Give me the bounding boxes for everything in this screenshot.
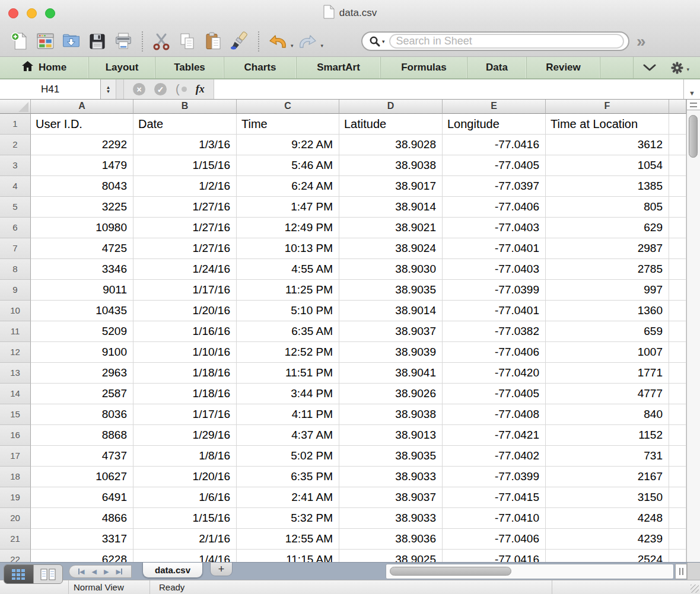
cell-F10[interactable]: 1360 xyxy=(546,301,669,321)
add-sheet-button[interactable]: + xyxy=(210,563,233,576)
cell-C6[interactable]: 12:49 PM xyxy=(237,218,339,238)
first-sheet-icon[interactable]: ◀ xyxy=(78,566,84,577)
row-header-9[interactable]: 9 xyxy=(0,280,31,301)
cell-C10[interactable]: 5:10 PM xyxy=(237,301,339,321)
cell-C3[interactable]: 5:46 AM xyxy=(237,155,339,176)
sheet-tab-active[interactable]: data.csv xyxy=(142,563,203,578)
cell-E11[interactable]: -77.0382 xyxy=(443,321,546,342)
copy-icon[interactable] xyxy=(174,29,201,54)
row-header-19[interactable]: 19 xyxy=(0,487,31,508)
new-workbook-icon[interactable] xyxy=(6,29,32,54)
cell-A15[interactable]: 8036 xyxy=(31,404,133,425)
tab-layout[interactable]: Layout xyxy=(89,57,155,78)
cell-partial-17[interactable] xyxy=(669,446,686,467)
cell-C20[interactable]: 5:32 PM xyxy=(237,508,339,529)
cell-B18[interactable]: 1/20/16 xyxy=(133,467,237,487)
print-icon[interactable] xyxy=(110,29,136,54)
cut-icon[interactable] xyxy=(148,29,174,54)
cell-D3[interactable]: 38.9038 xyxy=(339,155,443,176)
row-header-7[interactable]: 7 xyxy=(0,238,31,259)
cell-B6[interactable]: 1/27/16 xyxy=(133,218,237,238)
cell-partial-8[interactable] xyxy=(669,259,686,280)
cell-partial-18[interactable] xyxy=(669,467,686,487)
cell-partial-21[interactable] xyxy=(669,529,686,550)
cell-F19[interactable]: 3150 xyxy=(546,487,669,508)
fx-icon[interactable]: fx xyxy=(196,83,205,95)
cell-partial-22[interactable] xyxy=(669,550,686,562)
row-header-18[interactable]: 18 xyxy=(0,467,31,487)
undo-dropdown-icon[interactable]: ▾ xyxy=(291,43,294,49)
cell-A11[interactable]: 5209 xyxy=(31,321,133,342)
cell-C9[interactable]: 11:25 PM xyxy=(237,280,339,301)
cell-D14[interactable]: 38.9026 xyxy=(339,384,443,404)
toolbar-overflow-icon[interactable]: » xyxy=(637,33,646,50)
cell-B14[interactable]: 1/18/16 xyxy=(133,384,237,404)
column-header-F[interactable]: F xyxy=(546,100,669,114)
cell-C5[interactable]: 1:47 PM xyxy=(237,197,339,218)
stepper-down-icon[interactable]: ▼ xyxy=(106,90,111,94)
search-dropdown-icon[interactable]: ▾ xyxy=(382,39,385,44)
row-header-22[interactable]: 22 xyxy=(0,550,31,562)
cell-C21[interactable]: 12:55 AM xyxy=(237,529,339,550)
cell-F4[interactable]: 1385 xyxy=(546,176,669,197)
cancel-entry-icon[interactable]: × xyxy=(133,83,145,95)
horizontal-split-handle[interactable] xyxy=(675,564,687,579)
column-header-A[interactable]: A xyxy=(31,100,133,114)
column-header-C[interactable]: C xyxy=(237,100,339,114)
cell-E4[interactable]: -77.0397 xyxy=(443,176,546,197)
cell-B1[interactable]: Date xyxy=(133,114,237,135)
cell-partial-6[interactable] xyxy=(669,218,686,238)
column-header-partial[interactable] xyxy=(669,100,686,114)
cell-A6[interactable]: 10980 xyxy=(31,218,133,238)
column-header-D[interactable]: D xyxy=(339,100,443,114)
column-header-E[interactable]: E xyxy=(443,100,546,114)
horizontal-scrollbar[interactable] xyxy=(386,564,674,579)
cell-A1[interactable]: User I.D. xyxy=(31,114,133,135)
cell-partial-19[interactable] xyxy=(669,487,686,508)
search-input[interactable] xyxy=(396,35,617,47)
cell-E22[interactable]: -77.0416 xyxy=(443,550,546,562)
cell-A10[interactable]: 10435 xyxy=(31,301,133,321)
cell-D2[interactable]: 38.9028 xyxy=(339,135,443,155)
cell-D1[interactable]: Latitude xyxy=(339,114,443,135)
tab-charts[interactable]: Charts xyxy=(224,57,297,78)
cell-C8[interactable]: 4:55 AM xyxy=(237,259,339,280)
cell-A2[interactable]: 2292 xyxy=(31,135,133,155)
cell-E5[interactable]: -77.0406 xyxy=(443,197,546,218)
cell-B12[interactable]: 1/10/16 xyxy=(133,342,237,363)
cell-B19[interactable]: 1/6/16 xyxy=(133,487,237,508)
cell-D6[interactable]: 38.9021 xyxy=(339,218,443,238)
redo-dropdown-icon[interactable]: ▾ xyxy=(321,43,324,49)
cell-F14[interactable]: 4777 xyxy=(546,384,669,404)
cell-E21[interactable]: -77.0406 xyxy=(443,529,546,550)
row-header-2[interactable]: 2 xyxy=(0,135,31,155)
cell-E18[interactable]: -77.0399 xyxy=(443,467,546,487)
cell-partial-7[interactable] xyxy=(669,238,686,259)
cell-E10[interactable]: -77.0401 xyxy=(443,301,546,321)
cell-C2[interactable]: 9:22 AM xyxy=(237,135,339,155)
search-scope-menu[interactable]: ▾ xyxy=(369,36,385,47)
horizontal-scrollbar-thumb[interactable] xyxy=(390,567,511,576)
formula-input[interactable] xyxy=(214,79,683,99)
cell-D21[interactable]: 38.9036 xyxy=(339,529,443,550)
gear-dropdown-icon[interactable]: ▾ xyxy=(686,66,689,72)
cell-F17[interactable]: 731 xyxy=(546,446,669,467)
cell-D12[interactable]: 38.9039 xyxy=(339,342,443,363)
cell-A12[interactable]: 9100 xyxy=(31,342,133,363)
cell-E17[interactable]: -77.0402 xyxy=(443,446,546,467)
redo-icon[interactable] xyxy=(295,29,321,54)
cell-D11[interactable]: 38.9037 xyxy=(339,321,443,342)
cell-partial-3[interactable] xyxy=(669,155,686,176)
cell-A20[interactable]: 4866 xyxy=(31,508,133,529)
cell-C18[interactable]: 6:35 PM xyxy=(237,467,339,487)
cell-F8[interactable]: 2785 xyxy=(546,259,669,280)
template-gallery-icon[interactable] xyxy=(32,29,58,54)
cell-B22[interactable]: 1/4/16 xyxy=(133,550,237,562)
cell-F15[interactable]: 840 xyxy=(546,404,669,425)
cell-F2[interactable]: 3612 xyxy=(546,135,669,155)
split-handle[interactable] xyxy=(687,100,700,110)
cell-B16[interactable]: 1/29/16 xyxy=(133,425,237,446)
row-header-13[interactable]: 13 xyxy=(0,363,31,384)
cell-partial-9[interactable] xyxy=(669,280,686,301)
row-header-1[interactable]: 1 xyxy=(0,114,31,135)
